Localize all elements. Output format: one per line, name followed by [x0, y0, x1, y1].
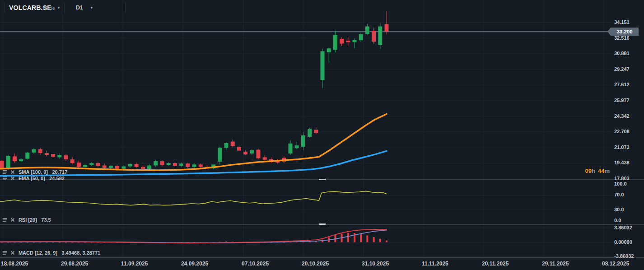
candle-body — [257, 150, 261, 158]
price-axis-label: 17.803 — [614, 176, 630, 181]
pane-resize-handle[interactable] — [319, 223, 326, 225]
indicator-value: 73.5 — [41, 217, 51, 223]
candle-body — [301, 135, 305, 147]
macd-histogram-bar — [379, 239, 381, 242]
candle-body — [51, 154, 55, 157]
macd-histogram-bar — [78, 242, 79, 243]
macd-histogram-bar — [386, 240, 387, 242]
grid-lines — [0, 0, 613, 257]
time-axis-label: 31.10.2025 — [362, 261, 389, 267]
candle-body — [289, 144, 293, 154]
indicator-value: 3.49468, 3.28771 — [62, 250, 101, 256]
macd-histogram-bar — [33, 242, 35, 243]
indicator-legend-sma: SMA [100, 0] 20.717 — [3, 168, 67, 174]
candle-body — [224, 143, 229, 148]
macd-histogram-bar — [347, 233, 349, 242]
indicator-remove-icon[interactable] — [10, 218, 15, 222]
current-price-tag: 33.200 — [611, 28, 639, 36]
candle-body — [83, 165, 87, 167]
indicator-legend-rsi: RSI [20] 73.5 — [3, 215, 51, 222]
price-axis[interactable]: 34.15132.51630.88129.24727.61225.97724.3… — [611, 0, 644, 258]
candle-body — [372, 31, 376, 42]
header-divider — [125, 2, 126, 13]
candle-body — [25, 153, 29, 159]
price-axis-label: 21.073 — [614, 144, 630, 150]
price-tag-arrow — [607, 28, 611, 36]
rsi-axis-label: 100.0 — [614, 181, 627, 186]
rsi-axis-label: 70.0 — [614, 192, 624, 197]
macd-axis-label: 0.00000 — [614, 239, 632, 245]
candle-body — [64, 155, 68, 159]
time-axis-label: 11.11.2025 — [422, 261, 448, 267]
time-axis-label: 29.08.2025 — [61, 261, 88, 267]
candle-body — [19, 159, 23, 161]
candle-body — [121, 167, 126, 169]
bar-close-countdown: 09h44m — [551, 168, 610, 174]
candle-body — [314, 130, 318, 133]
candle-body — [147, 165, 151, 168]
candle-body — [38, 149, 42, 153]
candle-body — [237, 147, 241, 150]
price-axis-label: 29.247 — [614, 66, 630, 72]
ema-50-line — [0, 114, 387, 170]
candle-body — [263, 157, 267, 159]
symbol-dropdown-caret-icon[interactable]: ▼ — [57, 6, 61, 10]
candle-body — [141, 167, 145, 169]
candle-body — [333, 35, 337, 50]
candle-body — [128, 164, 132, 166]
time-axis-label: 20.11.2025 — [482, 261, 509, 267]
header-divider — [5, 2, 5, 13]
candle-body — [96, 163, 100, 166]
candle-body — [173, 163, 177, 166]
candle-body — [135, 164, 139, 167]
time-axis-label: 18.08.2025 — [1, 261, 28, 267]
rsi-line — [0, 191, 387, 205]
current-price-value: 33.200 — [611, 28, 639, 36]
indicator-settings-icon[interactable] — [3, 176, 7, 181]
price-axis-label: 32.516 — [614, 35, 630, 41]
indicator-label: MACD [12, 26, 9] — [19, 250, 57, 256]
time-axis-label: 24.09.2025 — [181, 261, 208, 267]
candle-body — [154, 161, 158, 166]
macd-histogram-bar — [71, 242, 73, 243]
chart-header: VOLCARB.SE Akcie ▼ D1 ▼ — [0, 0, 203, 15]
countdown-minutes: 44 — [598, 168, 604, 174]
candle-body — [250, 150, 254, 154]
candle-series — [0, 11, 389, 171]
candle-body — [32, 149, 36, 152]
candle-body — [295, 145, 299, 148]
candle-body — [385, 24, 389, 32]
price-axis-label: 27.612 — [614, 82, 630, 87]
macd-axis-label: 3.86032 — [614, 225, 632, 230]
macd-histogram-bar — [7, 242, 9, 243]
time-axis-label: 20.10.2025 — [302, 261, 329, 267]
indicator-legend-macd: MACD [12, 26, 9] 3.49468, 3.28771 — [3, 248, 100, 255]
time-axis[interactable]: 18.08.202529.08.202511.09.202524.09.2025… — [0, 258, 644, 270]
countdown-hours: 09 — [585, 168, 592, 174]
candle-body — [45, 153, 49, 155]
indicator-settings-icon[interactable] — [3, 251, 7, 255]
rsi-axis-label: 30.0 — [614, 207, 624, 212]
price-axis-label: 22.708 — [614, 129, 630, 134]
indicator-remove-icon[interactable] — [10, 176, 15, 181]
candle-body — [231, 142, 235, 146]
indicator-settings-icon[interactable] — [3, 218, 7, 222]
indicator-remove-icon[interactable] — [10, 251, 15, 255]
timeframe-selector[interactable]: D1 — [76, 5, 83, 11]
price-axis-label: 30.881 — [614, 51, 630, 56]
candle-body — [308, 129, 312, 137]
macd-histogram-bar — [1, 242, 3, 243]
candle-body — [89, 163, 93, 165]
candlestick-chart-canvas[interactable] — [0, 0, 644, 270]
timeframe-dropdown-caret-icon[interactable]: ▼ — [90, 6, 93, 10]
macd-histogram-bar — [39, 242, 41, 243]
candle-body — [179, 163, 183, 166]
price-axis-label: 24.342 — [614, 113, 630, 119]
pane-resize-handle[interactable] — [319, 179, 326, 180]
candle-body — [57, 155, 61, 157]
countdown-minutes-unit: m — [604, 168, 610, 174]
candle-body — [70, 159, 75, 163]
macd-histogram-bar — [366, 235, 368, 242]
macd-histogram-bar — [219, 242, 221, 242]
rsi-axis-label: 0.0 — [614, 218, 621, 223]
